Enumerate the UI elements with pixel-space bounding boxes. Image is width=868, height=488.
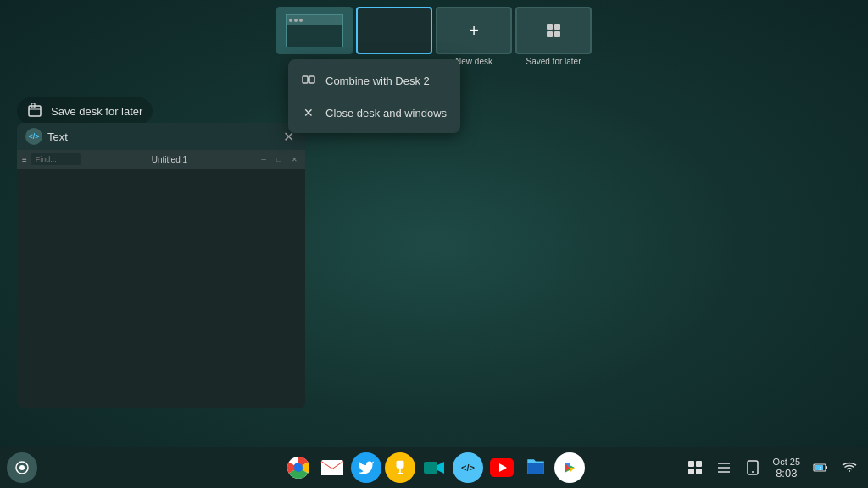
save-desk-label: Save desk for later (51, 105, 142, 118)
date-time-widget[interactable]: Oct 25 8:03 (770, 457, 804, 480)
svg-rect-4 (303, 76, 308, 83)
notifications-icon[interactable] (712, 456, 736, 480)
inner-window-controls: ─ □ ✕ (258, 153, 300, 165)
chrome-icon (287, 456, 310, 480)
phone-icon[interactable] (741, 456, 765, 480)
minimize-button[interactable]: ─ (258, 153, 270, 165)
taskbar-left (7, 452, 37, 483)
taskbar: </> (0, 447, 868, 488)
launcher-button[interactable] (7, 452, 37, 483)
maximize-button[interactable]: □ (273, 153, 285, 165)
svg-rect-16 (424, 462, 437, 474)
svg-rect-22 (696, 469, 702, 474)
inner-window-left-controls: ≡ (22, 153, 81, 165)
hamburger-icon[interactable]: ≡ (22, 155, 27, 164)
grid-icon (545, 22, 562, 39)
taskbar-apps: </> (283, 452, 585, 483)
new-desk-icon: + (469, 21, 479, 41)
taskbar-play[interactable] (554, 452, 585, 483)
battery-icon[interactable]: 1 (809, 456, 832, 480)
code-label: </> (461, 463, 475, 473)
save-desk-icon (27, 103, 44, 119)
new-desk-label: New desk (455, 57, 492, 66)
svg-rect-15 (397, 461, 404, 468)
svg-rect-2 (547, 31, 553, 37)
svg-point-13 (294, 463, 303, 472)
inner-search-input[interactable] (31, 153, 81, 165)
saved-for-later-container: Saved for later (515, 7, 592, 66)
desk-context-menu: Combine with Desk 2 ✕ Close desk and win… (288, 59, 460, 133)
files-icon (525, 457, 547, 479)
list-icon (716, 460, 732, 475)
window-card-header: </> Text ✕ (17, 123, 305, 150)
taskbar-code[interactable]: </> (453, 452, 483, 483)
inner-window-title-text: Untitled 1 (152, 155, 187, 164)
taskbar-youtube[interactable] (487, 452, 517, 483)
svg-rect-21 (688, 469, 694, 474)
svg-rect-5 (309, 76, 314, 83)
close-desk-label: Close desk and windows (326, 107, 447, 119)
twitter-icon (358, 459, 375, 476)
svg-rect-20 (696, 461, 702, 467)
close-desk-icon: ✕ (302, 106, 315, 119)
launcher-icon (14, 460, 30, 475)
taskbar-keep[interactable] (385, 452, 415, 483)
taskbar-files[interactable] (520, 452, 551, 483)
youtube-icon (490, 458, 514, 477)
svg-rect-19 (688, 461, 694, 467)
svg-point-27 (752, 471, 754, 473)
desk1-thumb[interactable] (276, 7, 353, 54)
svg-rect-1 (554, 24, 560, 30)
taskbar-gmail[interactable] (317, 452, 348, 483)
mobile-icon (746, 460, 760, 475)
svg-rect-3 (554, 31, 560, 37)
meet-icon (422, 456, 446, 480)
time-display: 8:03 (776, 467, 797, 480)
play-store-icon (563, 461, 576, 474)
close-desk-windows-item[interactable]: ✕ Close desk and windows (288, 97, 460, 128)
combine-label: Combine with Desk 2 (326, 75, 430, 87)
desk1-preview[interactable] (276, 7, 353, 54)
window-card-title: </> Text (25, 128, 68, 145)
svg-rect-0 (547, 24, 553, 30)
close-button[interactable]: ✕ (288, 153, 300, 165)
inner-text-window: ≡ Untitled 1 ─ □ ✕ (17, 150, 305, 408)
virtual-desks-icon[interactable] (683, 456, 707, 480)
battery-status-icon: 1 (813, 460, 828, 475)
save-desk-for-later-button[interactable]: Save desk for later (17, 97, 153, 125)
saved-for-later-label: Saved for later (526, 57, 581, 66)
inner-window-titlebar: ≡ Untitled 1 ─ □ ✕ (17, 150, 305, 169)
date-display: Oct 25 (773, 457, 800, 467)
text-editor-area[interactable] (17, 169, 305, 408)
new-desk-button[interactable]: + (436, 7, 512, 54)
desk2-preview[interactable] (356, 7, 432, 54)
combine-with-desk2-item[interactable]: Combine with Desk 2 (288, 64, 460, 97)
wifi-status-icon (842, 460, 857, 475)
taskbar-meet[interactable] (419, 452, 449, 483)
combine-icon (302, 73, 315, 89)
gmail-icon (320, 456, 344, 480)
new-desk-container: + New desk (436, 7, 512, 66)
text-app-window-card: </> Text ✕ ≡ Untitled 1 ─ □ ✕ (17, 123, 305, 408)
window-card-title-text: Text (47, 130, 68, 143)
svg-point-10 (19, 465, 25, 470)
desk2-thumb[interactable] (356, 7, 432, 54)
svg-rect-29 (826, 466, 827, 469)
wifi-icon[interactable] (837, 456, 861, 480)
desk-switcher: + New desk Saved for later (276, 7, 592, 66)
taskbar-right: Oct 25 8:03 1 (683, 456, 861, 480)
text-app-icon: </> (25, 128, 42, 145)
saved-for-later-button[interactable] (515, 7, 592, 54)
taskbar-twitter[interactable] (351, 452, 381, 483)
desks-icon (687, 460, 703, 475)
taskbar-chrome[interactable] (283, 452, 314, 483)
keep-icon (392, 460, 408, 475)
desktop: + New desk Saved for later (0, 0, 868, 488)
